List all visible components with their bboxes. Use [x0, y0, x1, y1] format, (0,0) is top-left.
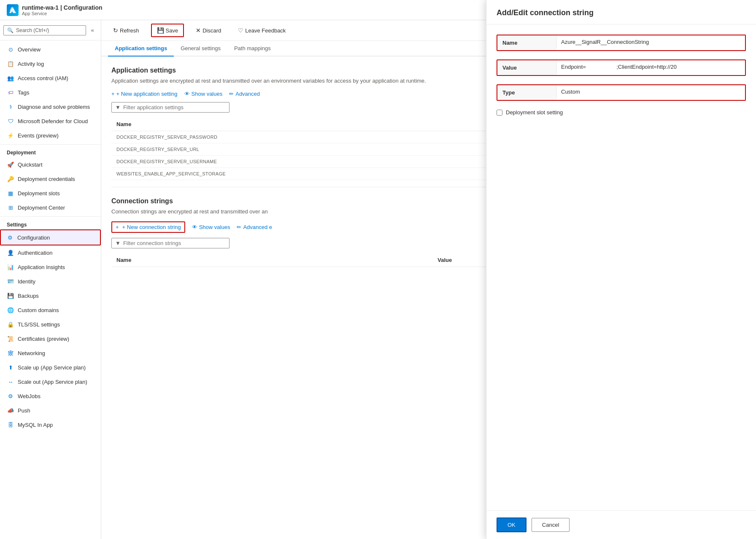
filter-app-settings-input[interactable] [123, 104, 226, 110]
refresh-label: Refresh [120, 27, 139, 34]
sidebar-label-diagnose: Diagnose and solve problems [18, 104, 90, 110]
center-icon: ⊞ [7, 204, 14, 211]
edit-icon-conn: ✏ [237, 224, 241, 230]
sidebar-item-authentication[interactable]: 👤 Authentication [0, 245, 101, 260]
home-icon: ⊙ [7, 46, 14, 53]
sidebar-label-authentication: Authentication [18, 250, 52, 256]
sidebar-item-activity-log[interactable]: 📋 Activity log [0, 57, 101, 71]
filter-app-settings-icon: ▼ [115, 104, 121, 110]
tab-general-settings[interactable]: General settings [174, 41, 227, 57]
sidebar-item-push[interactable]: 📣 Push [0, 403, 101, 418]
value-input[interactable] [556, 60, 745, 73]
sidebar-item-app-insights[interactable]: 📊 Application Insights [0, 260, 101, 274]
new-connection-string-button[interactable]: + + New connection string [111, 221, 185, 233]
sidebar-item-certificates[interactable]: 📜 Certificates (preview) [0, 331, 101, 346]
ok-button[interactable]: OK [497, 517, 526, 532]
sidebar-item-deploy-center[interactable]: ⊞ Deployment Center [0, 200, 101, 215]
filter-connection-strings-input[interactable] [123, 240, 226, 246]
sidebar-label-backups: Backups [18, 293, 39, 299]
add-edit-panel: Add/Edit connection string Name Value Ty… [486, 20, 756, 539]
deployment-slot-row: Deployment slot setting [497, 109, 746, 116]
sidebar-item-custom-domains[interactable]: 🌐 Custom domains [0, 303, 101, 317]
sidebar-item-configuration[interactable]: ⚙ Configuration [0, 229, 101, 245]
sidebar-item-events[interactable]: ⚡ Events (preview) [0, 128, 101, 143]
key-icon: 🔑 [7, 175, 14, 183]
sidebar-label-webjobs: WebJobs [18, 393, 40, 399]
panel-header: Add/Edit connection string [486, 20, 756, 24]
sidebar-label-deploy-credentials: Deployment credentials [18, 176, 75, 182]
edit-icon: ✏ [229, 91, 234, 97]
sidebar-label-events: Events (preview) [18, 132, 59, 139]
show-values-button[interactable]: 👁 Show values [184, 91, 223, 97]
sidebar-item-webjobs[interactable]: ⚙ WebJobs [0, 389, 101, 403]
sidebar-label-scale-up: Scale up (App Service plan) [18, 364, 86, 371]
bolt-icon: ⚡ [7, 132, 14, 139]
sidebar-item-defender[interactable]: 🛡 Microsoft Defender for Cloud [0, 114, 101, 128]
scale-out-icon: ↔ [7, 378, 14, 385]
discard-icon: ✕ [196, 27, 201, 34]
search-placeholder: Search (Ctrl+/) [16, 27, 49, 33]
sidebar-item-diagnose[interactable]: ⚕ Diagnose and solve problems [0, 100, 101, 114]
sidebar-item-mysql[interactable]: 🗄 MySQL In App [0, 418, 101, 432]
refresh-icon: ↻ [113, 27, 118, 34]
sidebar-label-deploy-slots: Deployment slots [18, 190, 60, 197]
leave-feedback-button[interactable]: ♡ Leave Feedback [233, 24, 291, 36]
sidebar-item-quickstart[interactable]: 🚀 Quickstart [0, 157, 101, 172]
shield-icon: 🛡 [7, 117, 14, 125]
sidebar-label-app-insights: Application Insights [18, 264, 65, 270]
azure-logo-svg [9, 6, 16, 14]
app-logo: runtime-wa-1 | Configuration App Service [7, 4, 103, 16]
discard-label: Discard [202, 27, 221, 34]
cancel-button[interactable]: Cancel [532, 518, 570, 532]
lock-icon: 🔒 [7, 321, 14, 328]
save-button[interactable]: 💾 Save [151, 24, 184, 37]
name-input[interactable] [556, 35, 745, 49]
sidebar-item-deploy-credentials[interactable]: 🔑 Deployment credentials [0, 172, 101, 186]
form-row-name: Name [497, 35, 746, 51]
sidebar-item-networking[interactable]: 🕸 Networking [0, 346, 101, 360]
azure-logo-icon [7, 4, 19, 16]
sidebar-label-activity-log: Activity log [18, 61, 44, 67]
discard-button[interactable]: ✕ Discard [191, 24, 226, 36]
sidebar-item-deploy-slots[interactable]: ▦ Deployment slots [0, 186, 101, 200]
refresh-button[interactable]: ↻ Refresh [108, 24, 144, 36]
sidebar-item-tags[interactable]: 🏷 Tags [0, 85, 101, 100]
sidebar-item-tls-ssl[interactable]: 🔒 TLS/SSL settings [0, 317, 101, 331]
save-label: Save [166, 27, 178, 34]
save-icon: 💾 [157, 27, 164, 34]
sidebar-label-defender: Microsoft Defender for Cloud [18, 118, 88, 124]
show-conn-values-button[interactable]: 👁 Show values [192, 224, 230, 230]
app-title-block: runtime-wa-1 | Configuration App Service [22, 4, 103, 16]
sidebar-label-tags: Tags [18, 89, 29, 96]
type-select[interactable]: Custom SQLServer SQLAzure MySQL PostgreS… [556, 85, 745, 98]
ok-label: OK [508, 522, 516, 528]
new-conn-label: + New connection string [122, 224, 181, 230]
new-app-setting-button[interactable]: + + New application setting [111, 91, 178, 97]
sidebar-item-access-control[interactable]: 👥 Access control (IAM) [0, 71, 101, 85]
sidebar-label-scale-out: Scale out (App Service plan) [18, 379, 87, 385]
sidebar-label-custom-domains: Custom domains [18, 307, 59, 313]
form-row-type: Type Custom SQLServer SQLAzure MySQL Pos… [497, 84, 746, 101]
sidebar-label-access-control: Access control (IAM) [18, 75, 68, 81]
type-control: Custom SQLServer SQLAzure MySQL PostgreS… [556, 85, 745, 98]
sidebar-item-overview[interactable]: ⊙ Overview [0, 42, 101, 57]
sidebar-label-tls-ssl: TLS/SSL settings [18, 321, 60, 328]
sidebar-item-scale-out[interactable]: ↔ Scale out (App Service plan) [0, 375, 101, 389]
deployment-slot-checkbox[interactable] [497, 110, 502, 116]
plus-icon: + [111, 91, 115, 97]
sidebar-item-identity[interactable]: 🪪 Identity [0, 274, 101, 288]
deployment-section-header: Deployment [0, 144, 101, 157]
advanced-conn-button[interactable]: ✏ Advanced e [237, 224, 272, 230]
value-control [556, 60, 745, 73]
advanced-edit-button[interactable]: ✏ Advanced [229, 91, 260, 97]
tab-app-settings[interactable]: Application settings [108, 41, 174, 57]
collapse-sidebar-button[interactable]: « [88, 24, 97, 37]
col-conn-name-header: Name [111, 253, 432, 267]
eye-icon: 👁 [184, 91, 190, 97]
rocket-icon: 🚀 [7, 161, 14, 168]
search-input[interactable]: 🔍 Search (Ctrl+/) [3, 25, 86, 35]
sidebar-item-scale-up[interactable]: ⬆ Scale up (App Service plan) [0, 360, 101, 375]
tab-path-mappings[interactable]: Path mappings [227, 41, 278, 57]
sidebar-item-backups[interactable]: 💾 Backups [0, 288, 101, 303]
sliders-icon: ⚙ [6, 234, 14, 241]
